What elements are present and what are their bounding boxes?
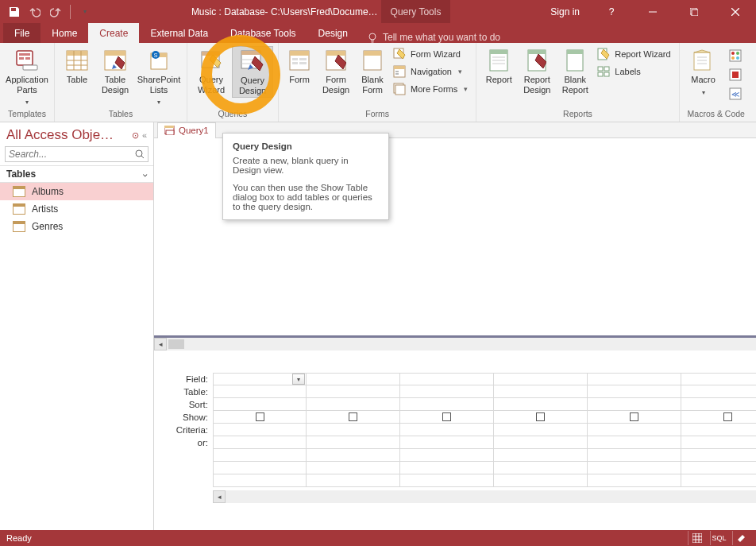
extra-cell[interactable] bbox=[494, 449, 588, 462]
table-cell[interactable] bbox=[307, 385, 400, 398]
extra-cell[interactable] bbox=[213, 449, 307, 462]
table-cell[interactable] bbox=[400, 385, 494, 398]
tab-home[interactable]: Home bbox=[40, 23, 88, 43]
field-cell[interactable] bbox=[681, 373, 756, 385]
nav-pane-dropdown-icon[interactable]: ⊙ bbox=[132, 130, 139, 141]
extra-cell[interactable] bbox=[588, 449, 681, 462]
show-cell[interactable] bbox=[681, 411, 756, 424]
show-checkbox[interactable] bbox=[442, 412, 451, 421]
criteria-cell[interactable] bbox=[494, 424, 588, 436]
or-cell[interactable] bbox=[307, 436, 400, 449]
module-button[interactable] bbox=[726, 48, 745, 64]
nav-item-albums[interactable]: Albums bbox=[0, 183, 153, 200]
criteria-cell[interactable] bbox=[213, 424, 307, 436]
nav-pane-collapse-icon[interactable]: « bbox=[142, 130, 147, 141]
undo-icon[interactable] bbox=[27, 4, 43, 20]
document-tab-query1[interactable]: Query1 bbox=[157, 122, 216, 138]
report-design-button[interactable]: Report Design bbox=[518, 46, 556, 96]
or-cell[interactable] bbox=[213, 436, 307, 449]
extra-cell[interactable] bbox=[681, 462, 756, 474]
redo-icon[interactable] bbox=[48, 4, 64, 20]
maximize-icon[interactable] bbox=[677, 0, 712, 23]
tab-file[interactable]: File bbox=[3, 23, 40, 43]
sort-cell[interactable] bbox=[400, 398, 494, 411]
criteria-cell[interactable] bbox=[588, 424, 681, 436]
form-button[interactable]: Form bbox=[284, 46, 315, 87]
sharepoint-lists-button[interactable]: S SharePoint Lists bbox=[136, 46, 182, 108]
or-cell[interactable] bbox=[494, 436, 588, 449]
view-sql-button[interactable]: SQL bbox=[710, 531, 727, 545]
extra-cell[interactable] bbox=[681, 474, 756, 487]
blank-form-button[interactable]: Blank Form bbox=[357, 46, 388, 96]
extra-cell[interactable] bbox=[588, 462, 681, 474]
report-button[interactable]: Report bbox=[481, 46, 516, 87]
table-design-button[interactable]: Table Design bbox=[96, 46, 134, 96]
table-cell[interactable] bbox=[681, 385, 756, 398]
table-cell[interactable] bbox=[213, 385, 307, 398]
form-wizard-button[interactable]: Form Wizard bbox=[390, 46, 471, 62]
extra-cell[interactable] bbox=[400, 462, 494, 474]
form-design-button[interactable]: Form Design bbox=[317, 46, 355, 96]
or-cell[interactable] bbox=[681, 436, 756, 449]
field-dropdown-icon[interactable]: ▾ bbox=[292, 374, 305, 385]
tell-me-search[interactable]: Tell me what you want to do bbox=[367, 32, 500, 43]
extra-cell[interactable] bbox=[681, 449, 756, 462]
macro-button[interactable]: Macro bbox=[685, 46, 723, 98]
tab-create[interactable]: Create bbox=[88, 23, 139, 43]
field-cell[interactable] bbox=[494, 373, 588, 385]
sort-cell[interactable] bbox=[494, 398, 588, 411]
scroll-thumb[interactable] bbox=[168, 339, 184, 349]
extra-cell[interactable] bbox=[213, 474, 307, 487]
show-checkbox[interactable] bbox=[630, 412, 638, 421]
application-parts-button[interactable]: Application Parts bbox=[5, 46, 49, 108]
criteria-cell[interactable] bbox=[681, 424, 756, 436]
blank-report-button[interactable]: Blank Report bbox=[557, 46, 592, 96]
help-icon[interactable]: ? bbox=[594, 0, 629, 23]
scroll-left-icon[interactable]: ◂ bbox=[154, 338, 167, 350]
or-cell[interactable] bbox=[588, 436, 681, 449]
field-cell[interactable] bbox=[400, 373, 494, 385]
show-cell[interactable] bbox=[307, 411, 400, 424]
sort-cell[interactable] bbox=[307, 398, 400, 411]
nav-pane-title[interactable]: All Access Obje… bbox=[6, 127, 114, 143]
tab-database-tools[interactable]: Database Tools bbox=[219, 23, 307, 43]
search-icon[interactable] bbox=[132, 149, 148, 159]
view-design-icon[interactable] bbox=[732, 531, 750, 545]
table-button[interactable]: Table bbox=[60, 46, 94, 87]
navigation-button[interactable]: Navigation bbox=[390, 64, 471, 79]
field-cell[interactable]: ▾ bbox=[213, 373, 307, 385]
table-cell[interactable] bbox=[494, 385, 588, 398]
criteria-cell[interactable] bbox=[307, 424, 400, 436]
show-checkbox[interactable] bbox=[256, 412, 264, 421]
query-wizard-button[interactable]: Query Wizard bbox=[192, 46, 230, 96]
tab-design[interactable]: Design bbox=[307, 23, 359, 43]
report-wizard-button[interactable]: Report Wizard bbox=[594, 46, 673, 62]
show-cell[interactable] bbox=[494, 411, 588, 424]
show-cell[interactable] bbox=[588, 411, 681, 424]
field-input[interactable] bbox=[215, 374, 291, 385]
show-checkbox[interactable] bbox=[536, 412, 545, 421]
search-input[interactable] bbox=[6, 147, 132, 161]
table-cell[interactable] bbox=[588, 385, 681, 398]
extra-cell[interactable] bbox=[307, 474, 400, 487]
qat-customize-icon[interactable] bbox=[77, 4, 93, 20]
extra-cell[interactable] bbox=[307, 462, 400, 474]
more-forms-button[interactable]: More Forms bbox=[390, 81, 471, 97]
extra-cell[interactable] bbox=[588, 474, 681, 487]
nav-item-genres[interactable]: Genres bbox=[0, 218, 153, 235]
field-cell[interactable] bbox=[588, 373, 681, 385]
field-cell[interactable] bbox=[307, 373, 400, 385]
extra-cell[interactable] bbox=[307, 449, 400, 462]
grid-hscrollbar[interactable]: ◂ ▸ bbox=[213, 490, 756, 503]
sign-in-link[interactable]: Sign in bbox=[542, 6, 588, 17]
close-icon[interactable] bbox=[718, 0, 753, 23]
nav-category-tables[interactable]: Tables ⌵ bbox=[0, 165, 153, 183]
nav-item-artists[interactable]: Artists bbox=[0, 200, 153, 218]
sort-cell[interactable] bbox=[588, 398, 681, 411]
sort-cell[interactable] bbox=[681, 398, 756, 411]
show-checkbox[interactable] bbox=[723, 412, 732, 421]
show-checkbox[interactable] bbox=[349, 412, 357, 421]
extra-cell[interactable] bbox=[400, 474, 494, 487]
save-icon[interactable] bbox=[6, 4, 22, 20]
or-cell[interactable] bbox=[400, 436, 494, 449]
